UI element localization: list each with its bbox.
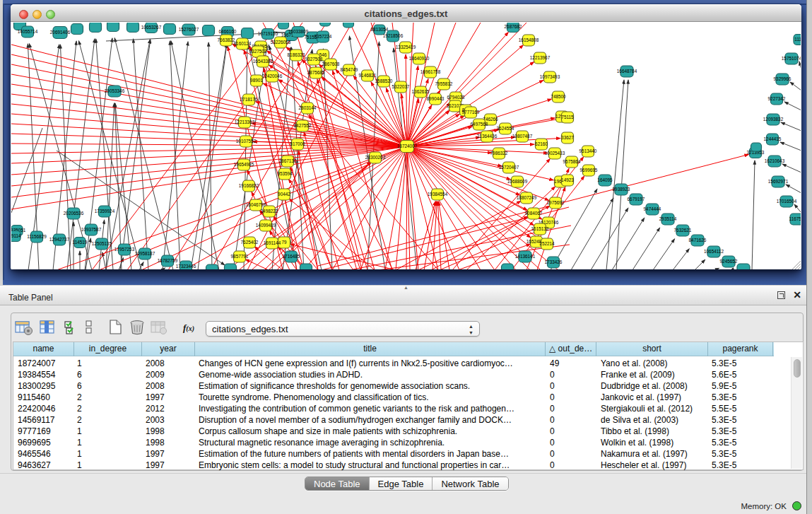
svg-text:10719155: 10719155 (258, 31, 278, 36)
svg-text:12213363: 12213363 (235, 119, 255, 124)
svg-text:16543382: 16543382 (253, 59, 273, 64)
svg-text:9146821: 9146821 (359, 73, 377, 78)
svg-text:12942737: 12942737 (49, 237, 70, 242)
svg-text:6794028: 6794028 (447, 95, 465, 100)
svg-text:75115: 75115 (561, 115, 574, 119)
svg-text:1588520: 1588520 (375, 78, 393, 83)
svg-text:252214: 252214 (539, 241, 555, 246)
svg-text:7632621: 7632621 (674, 228, 692, 233)
svg-text:1691144: 1691144 (264, 240, 281, 245)
svg-text:1244415: 1244415 (764, 136, 782, 141)
svg-text:116753: 116753 (789, 216, 801, 221)
svg-text:29053346: 29053346 (105, 88, 125, 93)
svg-text:10688609: 10688609 (507, 179, 528, 184)
svg-text:1112: 1112 (794, 37, 801, 42)
svg-text:11156829: 11156829 (27, 234, 47, 239)
svg-text:19384554: 19384554 (428, 192, 448, 197)
svg-text:17359924: 17359924 (95, 209, 115, 214)
svg-text:7986322: 7986322 (490, 151, 508, 156)
svg-text:16210643: 16210643 (765, 158, 785, 163)
svg-text:1615132: 1615132 (531, 226, 549, 231)
svg-text:8186323: 8186323 (288, 52, 305, 57)
svg-text:9777169: 9777169 (462, 110, 480, 115)
svg-text:16033809: 16033809 (288, 29, 309, 34)
svg-text:98901: 98901 (250, 78, 263, 83)
svg-text:22420046: 22420046 (262, 74, 283, 78)
svg-text:3498222: 3498222 (261, 209, 278, 214)
svg-text:5322037: 5322037 (392, 84, 410, 89)
svg-text:7625402: 7625402 (241, 240, 259, 245)
svg-text:10025433: 10025433 (545, 151, 565, 156)
svg-text:17957253: 17957253 (114, 247, 135, 252)
svg-text:817006: 817006 (290, 141, 305, 146)
svg-text:20691406: 20691406 (50, 30, 71, 35)
svg-text:90442: 90442 (278, 192, 290, 197)
svg-text:3875685: 3875685 (307, 70, 325, 75)
svg-text:9513440: 9513440 (579, 148, 597, 153)
svg-text:18807249: 18807249 (517, 195, 537, 200)
svg-text:10958187: 10958187 (135, 251, 155, 256)
svg-text:2687682: 2687682 (505, 24, 522, 29)
svg-text:3624554: 3624554 (497, 126, 514, 131)
svg-text:15751074: 15751074 (782, 56, 801, 61)
svg-text:8938923: 8938923 (613, 187, 630, 192)
svg-text:12093832: 12093832 (763, 117, 784, 122)
svg-text:8160124: 8160124 (234, 41, 252, 46)
svg-text:10107552: 10107552 (236, 139, 257, 144)
svg-text:9327508: 9327508 (305, 57, 323, 62)
svg-text:14055714: 14055714 (18, 29, 38, 34)
svg-text:16648784: 16648784 (617, 69, 637, 74)
svg-text:9857791: 9857791 (231, 254, 249, 259)
svg-text:10654112: 10654112 (704, 249, 724, 254)
svg-text:10807487: 10807487 (512, 134, 533, 139)
svg-text:39114: 39114 (11, 233, 21, 238)
svg-text:9474444: 9474444 (644, 206, 661, 211)
svg-text:9575864: 9575864 (563, 159, 581, 164)
svg-text:16046798: 16046798 (246, 202, 266, 207)
svg-text:9327503: 9327503 (249, 49, 267, 54)
svg-text:114519: 114519 (73, 240, 88, 245)
svg-text:2803144: 2803144 (299, 105, 317, 110)
svg-text:953594: 953594 (277, 171, 293, 176)
svg-text:19218506: 19218506 (383, 33, 404, 38)
svg-text:14923: 14923 (561, 177, 574, 182)
svg-text:1362615: 1362615 (412, 89, 430, 94)
svg-text:2718176: 2718176 (240, 97, 258, 102)
svg-text:6466160: 6466160 (219, 29, 237, 34)
svg-text:17323446: 17323446 (176, 264, 196, 269)
svg-text:7955812: 7955812 (435, 81, 453, 86)
svg-text:1716485: 1716485 (283, 254, 300, 259)
svg-text:2867608: 2867608 (322, 62, 340, 66)
svg-text:6679197: 6679197 (628, 197, 645, 201)
svg-text:12505135: 12505135 (92, 241, 112, 246)
svg-text:8813054: 8813054 (371, 27, 389, 32)
svg-text:9245652: 9245652 (720, 259, 738, 264)
svg-text:8427552: 8427552 (294, 123, 312, 128)
svg-text:9699695: 9699695 (580, 168, 598, 173)
svg-text:164095: 164095 (597, 177, 613, 182)
svg-text:33627: 33627 (561, 135, 574, 140)
svg-text:18724007: 18724007 (397, 144, 418, 148)
svg-text:1975692: 1975692 (547, 200, 565, 205)
svg-text:12213967: 12213967 (530, 55, 551, 60)
svg-text:10653267: 10653267 (141, 25, 162, 30)
svg-text:1733426: 1733426 (545, 259, 563, 264)
svg-text:10937587: 10937587 (81, 227, 102, 232)
svg-text:79: 79 (281, 240, 287, 245)
svg-text:9329966: 9329966 (774, 76, 792, 81)
svg-text:19166822: 19166822 (239, 183, 259, 188)
svg-text:2867130: 2867130 (279, 158, 297, 163)
svg-text:7663822: 7663822 (218, 37, 235, 42)
svg-text:2935114: 2935114 (659, 216, 677, 221)
svg-text:8471626: 8471626 (689, 238, 707, 243)
svg-text:16154808: 16154808 (519, 37, 539, 42)
svg-text:17016504: 17016504 (777, 199, 797, 204)
svg-text:9084067: 9084067 (525, 211, 543, 216)
svg-text:28300203: 28300203 (365, 155, 386, 160)
svg-text:16782759: 16782759 (158, 258, 178, 263)
svg-text:10973493: 10973493 (540, 74, 560, 79)
svg-text:7357224: 7357224 (314, 34, 332, 39)
svg-text:19654985: 19654985 (234, 162, 254, 167)
svg-text:21364436: 21364436 (477, 134, 498, 139)
svg-text:f(x): f(x) (183, 322, 194, 333)
